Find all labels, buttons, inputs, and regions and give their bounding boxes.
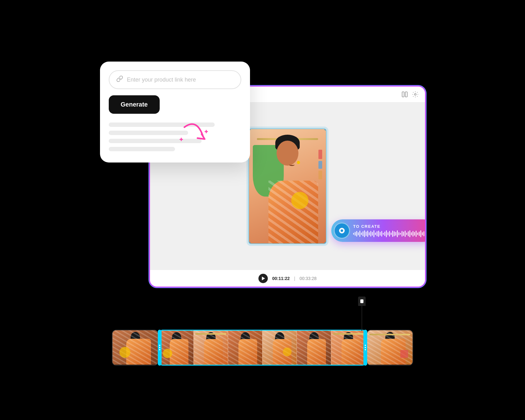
playhead-stem bbox=[362, 306, 362, 331]
timeline bbox=[75, 327, 450, 368]
filmstrip-handle-left[interactable] bbox=[158, 330, 162, 366]
filmstrip-main bbox=[158, 330, 367, 366]
time-current: 00:11:22 bbox=[272, 276, 290, 281]
filmstrip-left-unselected bbox=[112, 330, 158, 366]
music-badge-label: TO CREATE bbox=[353, 224, 425, 229]
waveform bbox=[353, 230, 425, 238]
columns-icon[interactable] bbox=[401, 91, 408, 98]
player-bottom-bar: 00:11:22 | 00:33:28 bbox=[150, 270, 425, 287]
filmstrip-right-unselected bbox=[367, 330, 413, 366]
resize-handle-br[interactable] bbox=[324, 242, 327, 244]
music-disc-icon bbox=[334, 222, 350, 239]
time-separator: | bbox=[294, 276, 295, 281]
playhead-pin bbox=[358, 297, 366, 331]
resize-handle-tr[interactable] bbox=[324, 128, 327, 131]
filmstrip-frame bbox=[228, 331, 262, 365]
filmstrip-selected bbox=[158, 330, 367, 366]
skeleton-line bbox=[109, 131, 188, 135]
player-header-icons bbox=[401, 91, 419, 98]
music-disc-inner bbox=[339, 228, 345, 233]
skeleton-lines bbox=[109, 122, 241, 151]
play-icon bbox=[262, 277, 265, 280]
zebra-pattern bbox=[268, 181, 318, 243]
resize-handle-bl[interactable] bbox=[248, 242, 251, 244]
filmstrip-frame bbox=[367, 330, 412, 365]
pink-arrow-icon bbox=[178, 121, 209, 146]
filmstrip-frame bbox=[262, 331, 297, 365]
music-badge: TO CREATE bbox=[331, 219, 425, 242]
playhead-icon[interactable] bbox=[358, 297, 366, 306]
hanger-items bbox=[318, 150, 322, 179]
svg-rect-5 bbox=[405, 92, 407, 97]
svg-rect-4 bbox=[402, 92, 404, 97]
filmstrip-frame bbox=[159, 331, 194, 365]
woman-head bbox=[277, 141, 298, 166]
play-button[interactable] bbox=[258, 274, 268, 283]
link-icon bbox=[116, 75, 123, 84]
filmstrip-frame bbox=[331, 331, 366, 365]
url-input-placeholder: Enter your product link here bbox=[127, 77, 196, 83]
filmstrip-frame bbox=[112, 330, 158, 365]
svg-point-6 bbox=[414, 93, 416, 95]
earring bbox=[297, 161, 300, 164]
filmstrip-frame bbox=[194, 331, 228, 365]
settings-icon[interactable] bbox=[412, 91, 419, 98]
skeleton-line bbox=[109, 147, 175, 151]
scene: Enter your product link here Generate Pl… bbox=[75, 46, 450, 374]
filmstrip-handle-right[interactable] bbox=[363, 330, 367, 366]
url-input-row[interactable]: Enter your product link here bbox=[109, 70, 241, 89]
input-card: Enter your product link here Generate bbox=[100, 62, 250, 162]
filmstrip-frame bbox=[297, 331, 331, 365]
music-badge-content: TO CREATE bbox=[353, 224, 425, 238]
video-thumbnail bbox=[248, 128, 327, 244]
woman-body bbox=[268, 181, 318, 243]
time-total: 00:33:28 bbox=[300, 276, 317, 281]
woman-image bbox=[249, 129, 326, 243]
svg-rect-7 bbox=[360, 299, 363, 303]
generate-button[interactable]: Generate bbox=[109, 95, 160, 114]
smile bbox=[289, 163, 295, 166]
